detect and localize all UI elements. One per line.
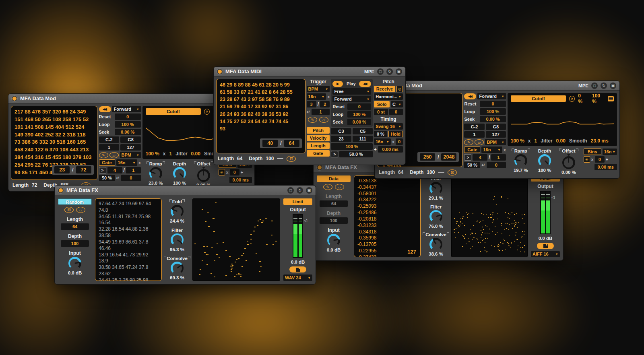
filter-knob[interactable] <box>429 210 442 223</box>
amount-value[interactable]: 100 % <box>511 138 524 144</box>
loop-field[interactable]: 100 % <box>115 121 141 128</box>
limit-button[interactable]: Limit <box>283 198 312 205</box>
loop-field[interactable]: 100 % <box>480 108 506 115</box>
ramp-knob[interactable] <box>149 167 162 180</box>
trigger-mode-button[interactable]: > <box>464 154 471 161</box>
offset-knob[interactable] <box>562 156 575 169</box>
fold-value[interactable]: 29.1 % <box>429 196 443 200</box>
length-field[interactable]: 64 <box>61 223 89 230</box>
gate-button[interactable]: Gate <box>99 159 115 166</box>
convolve-value[interactable]: 38.6 % <box>429 252 443 256</box>
timing-rate-dropdown[interactable]: 16n▼ <box>374 138 391 145</box>
mult-field[interactable]: 0 <box>595 156 605 163</box>
format-dropdown[interactable]: WAV 24▼ <box>283 275 312 281</box>
input-knob[interactable] <box>68 257 81 270</box>
globe-icon[interactable]: ⊕ <box>396 86 403 92</box>
offset-value[interactable]: 0.00 % <box>561 170 576 175</box>
mode-dropdown[interactable]: Data <box>317 175 351 182</box>
eraser-icon[interactable]: ▱ <box>335 184 344 190</box>
position-field[interactable]: 250 <box>420 153 435 161</box>
depth-value[interactable]: 100 <box>427 169 435 175</box>
vel-high-field[interactable]: 127 <box>120 144 141 151</box>
gate-mode-button[interactable]: > <box>331 151 338 157</box>
rewind-button[interactable]: ◀◀ <box>464 93 476 99</box>
depth-knob[interactable] <box>538 154 551 167</box>
save-icon[interactable]: ▣ <box>610 83 616 89</box>
seek-field[interactable]: 0.00 % <box>480 116 506 122</box>
rate-dropdown[interactable]: 16n▼ <box>481 147 502 153</box>
fold-knob[interactable] <box>429 182 442 195</box>
format-dropdown[interactable]: AIFF 16▼ <box>531 251 560 257</box>
length-value[interactable]: 64 <box>398 169 403 175</box>
tool-a-icon[interactable]: ✎ <box>323 184 332 190</box>
x-value[interactable]: 1 <box>535 138 537 144</box>
trigger-mode-button[interactable]: > <box>99 167 106 173</box>
receive-button[interactable]: Receive <box>374 86 395 92</box>
fold-knob[interactable] <box>171 205 184 218</box>
direction-dropdown[interactable]: Forward▼ <box>112 106 141 112</box>
snowflake-icon[interactable]: ✳ <box>584 156 590 163</box>
data-list[interactable]: 46 29 8 89 88 45 61 28 20 5 99 61 58 33 … <box>216 79 305 153</box>
smooth-value[interactable]: 23.0 ms <box>591 138 609 144</box>
sync-dropdown[interactable]: BPM▼ <box>307 86 330 92</box>
output-gain-handle[interactable]: ◁ <box>304 218 307 223</box>
pitch-button[interactable]: Pitch <box>307 127 330 134</box>
repeat-field[interactable]: 1 <box>312 109 330 115</box>
denominator-field[interactable]: 1 <box>126 167 141 173</box>
filter-value[interactable]: 76.0 % <box>429 224 443 229</box>
numerator-field[interactable]: 4 <box>107 167 122 173</box>
eraser-icon[interactable]: ▱ <box>76 207 85 213</box>
output-value[interactable]: 0.0 dB <box>291 260 305 264</box>
vel-low-field[interactable]: 1 <box>99 144 120 151</box>
ms-field[interactable]: 0.00 ms <box>594 164 617 170</box>
eraser-icon[interactable]: ▱ <box>109 152 119 158</box>
title-bar[interactable]: MFA Data Mod MPE □ ↻ ▣ <box>375 81 619 91</box>
target-range-value[interactable]: 100 % <box>592 93 605 104</box>
bins-button[interactable]: Bins <box>584 149 601 155</box>
transpose-field[interactable]: 0 st <box>374 109 388 115</box>
note-low-field[interactable]: C-2 <box>99 136 120 143</box>
device-activate-dot[interactable] <box>217 69 223 74</box>
tool-a-icon[interactable]: ⚄ <box>64 207 74 213</box>
jitter-value[interactable]: 0.00 <box>191 151 200 157</box>
sync-dropdown[interactable]: BPM▼ <box>120 152 141 158</box>
window-mfa-data-fx-left[interactable]: MFA Data FX □ ↻ ▣ Random ⚄ ▱ Length 64 D… <box>54 185 316 285</box>
float-window-icon[interactable]: □ <box>287 187 294 194</box>
position-field[interactable]: 40 <box>262 140 278 147</box>
device-activate-dot[interactable] <box>317 165 322 170</box>
save-icon[interactable]: ▣ <box>396 68 402 75</box>
repeat-field[interactable]: 0 <box>121 175 141 181</box>
note-high-field[interactable]: G8 <box>486 124 506 130</box>
rate-dropdown[interactable]: 16n▼ <box>307 93 326 100</box>
depth-value[interactable]: 100 % <box>538 168 551 173</box>
output-value[interactable]: 0.0 dB <box>539 236 553 241</box>
rate-dropdown[interactable]: 16n▼ <box>116 159 137 166</box>
fold-value[interactable]: 24.4 % <box>170 219 184 223</box>
position-field[interactable]: 23 <box>54 166 70 173</box>
vel-low-field[interactable]: 1 <box>464 131 484 138</box>
depth-value[interactable]: 100 <box>266 156 274 161</box>
pencil-icon[interactable]: ✎ <box>464 139 473 145</box>
reload-icon[interactable]: ↻ <box>386 68 393 75</box>
amount-value[interactable]: 100 % <box>146 151 159 157</box>
loop-field[interactable]: 100 % <box>347 111 371 118</box>
dice-icon[interactable]: ⚄ <box>448 169 457 175</box>
float-window-icon[interactable]: □ <box>377 68 384 75</box>
seek-field[interactable]: 0.00 % <box>115 129 141 135</box>
pencil-icon[interactable]: ✎ <box>99 152 108 158</box>
dice-icon[interactable]: ⚄ <box>287 156 296 162</box>
ramp-value[interactable]: 19.7 % <box>514 168 528 173</box>
length-field[interactable]: 64 <box>320 200 348 207</box>
depth-knob[interactable] <box>173 167 186 180</box>
velocity-button[interactable]: Velocity <box>307 135 330 141</box>
total-field[interactable]: 64 <box>284 140 299 147</box>
menu-icon[interactable] <box>608 96 614 101</box>
rewind-button[interactable]: ◀◀ <box>359 81 371 87</box>
reset-field[interactable]: 0 <box>347 103 371 110</box>
depth-field[interactable]: 100 <box>320 217 348 224</box>
swing-amount-field[interactable]: 0 % <box>374 131 387 137</box>
scale-dropdown[interactable]: Harmoni...▼ <box>374 93 403 100</box>
device-activate-dot[interactable] <box>58 188 64 193</box>
note-high-field[interactable]: G8 <box>120 136 141 143</box>
x-value[interactable]: 1 <box>169 151 172 157</box>
